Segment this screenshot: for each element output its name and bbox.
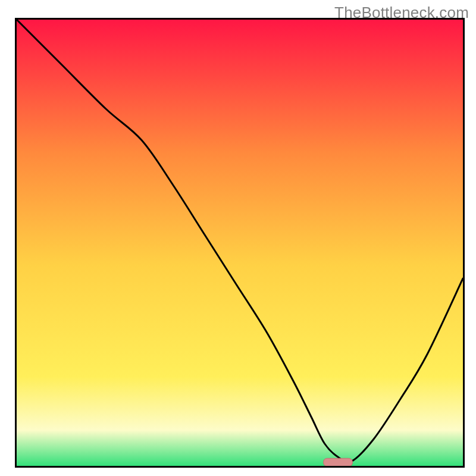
plot-svg [17, 20, 463, 466]
chart-frame [15, 18, 465, 468]
optimum-marker [324, 458, 353, 466]
